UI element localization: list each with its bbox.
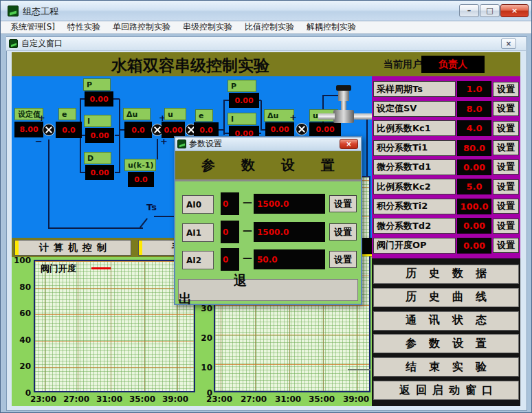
menu-system-management[interactable]: 系统管理[S] (5, 21, 60, 34)
x-tick: 31:00 (94, 394, 124, 404)
child-close-button[interactable]: × (501, 38, 516, 49)
param-label: 微分系数Td1 (373, 159, 456, 175)
du1-value: 0.0 (124, 122, 152, 138)
exit-button[interactable]: 退出 (178, 279, 358, 301)
y-tick: 40 (12, 335, 31, 345)
line (154, 216, 175, 217)
ai1-low-value: 0 (221, 221, 239, 243)
comm-status-button[interactable]: 通讯状态 (373, 311, 519, 331)
param-row: 微分系数Td20.00设置 (373, 218, 520, 234)
app-icon (8, 5, 19, 16)
p1-value: 0.00 (85, 91, 113, 107)
param-value: 100.0 (457, 199, 491, 214)
menu-ratio-control[interactable]: 比值控制实验 (239, 21, 300, 34)
y-tick: 100 (12, 256, 31, 265)
range-dash: — (243, 225, 252, 236)
line (157, 139, 158, 159)
dialog-close-button[interactable]: × (340, 139, 358, 149)
menu-cascade-control[interactable]: 串级控制实验 (177, 21, 238, 34)
u1-label: u (164, 108, 186, 120)
param-settings-button[interactable]: 参数设置 (373, 334, 519, 353)
e2-label: e (195, 109, 213, 122)
param-value: 0.00 (457, 159, 491, 175)
maximize-button[interactable]: □ (480, 4, 500, 17)
set-button[interactable]: 设置 (493, 179, 519, 194)
history-data-button[interactable]: 历史数据 (373, 265, 519, 284)
current-user-label: 当前用户 (384, 58, 422, 71)
dialog-icon (177, 139, 186, 148)
ai0-high-value: 1500.0 (254, 194, 325, 214)
menu-single-loop-control[interactable]: 单回路控制实验 (107, 21, 176, 34)
ai1-high-value: 1500.0 (254, 222, 325, 242)
range-dash: — (243, 197, 252, 208)
ai0-low-value: 0 (221, 192, 239, 215)
param-label: 采样周期Ts (373, 81, 456, 97)
plus-sign: + (38, 113, 45, 123)
d1-value: 0.00 (85, 165, 114, 180)
child-window-icon (9, 39, 18, 48)
y-tick: 60 (12, 309, 31, 318)
ai2-set-button[interactable]: 设置 (329, 251, 357, 268)
application-window: 组态工程 – □ × 系统管理[S] 特性实验 单回路控制实验 串级控制实验 比… (0, 0, 532, 413)
indicator-bar (139, 241, 142, 255)
sum-junction-4 (296, 123, 308, 135)
chart2-trace-segment (348, 369, 370, 370)
close-button[interactable]: × (500, 4, 529, 17)
y-tick: 10 (193, 363, 212, 372)
dialog-title-bar: 参数设置 × (175, 137, 361, 151)
menu-bar: 系统管理[S] 特性实验 单回路控制实验 串级控制实验 比值控制实验 解耦控制实… (1, 21, 532, 34)
ai2-high-value: 50.0 (254, 249, 325, 269)
menu-characteristic-experiment[interactable]: 特性实验 (62, 21, 106, 34)
child-window-title: 自定义窗口 (21, 38, 63, 49)
e1-label: e (58, 108, 76, 120)
i2-label: I (228, 113, 256, 125)
p2-value: 0.00 (229, 93, 259, 108)
line (48, 139, 49, 227)
set-button[interactable]: 设置 (493, 159, 519, 175)
x-tick: 23:00 (28, 394, 58, 404)
set-button[interactable]: 设置 (493, 199, 519, 214)
param-value: 1.0 (457, 81, 491, 97)
param-value: 0.00 (457, 238, 491, 254)
ai0-set-button[interactable]: 设置 (329, 195, 357, 212)
minus-sign: − (35, 136, 43, 146)
set-button[interactable]: 设置 (493, 82, 519, 97)
line (48, 227, 143, 229)
end-experiment-button[interactable]: 结束实验 (373, 357, 519, 377)
uk1-label: u(k-1) (124, 159, 156, 171)
ai2-low-value: 0 (221, 248, 239, 271)
param-value: 0.00 (457, 218, 491, 234)
current-user-value: 负责人 (421, 56, 485, 73)
range-dash: — (243, 252, 252, 263)
return-start-window-button[interactable]: 返回启动窗口 (373, 381, 519, 400)
x-tick: 23:00 (204, 394, 234, 404)
x-tick: 27:00 (61, 394, 91, 404)
menu-decoupling-control[interactable]: 解耦控制实验 (301, 21, 362, 34)
set-button[interactable]: 设置 (493, 101, 519, 116)
x-tick: 39:00 (160, 394, 190, 404)
ai1-set-button[interactable]: 设置 (329, 223, 357, 241)
set-button[interactable]: 设置 (493, 140, 519, 155)
param-row: 积分系数Ti180.0设置 (373, 140, 520, 156)
param-value: 80.0 (457, 140, 491, 156)
minimize-button[interactable]: – (459, 4, 479, 17)
set-button[interactable]: 设置 (493, 121, 519, 136)
dialog-title: 参数设置 (189, 138, 222, 150)
history-curve-button[interactable]: 历史曲线 (373, 288, 519, 307)
line (115, 135, 120, 136)
set-button[interactable]: 设置 (493, 238, 519, 253)
x-tick: 39:00 (341, 394, 371, 404)
param-row: 微分系数Td10.00设置 (373, 159, 520, 175)
chart1-legend-line (91, 267, 111, 269)
ai1-label: AI1 (182, 223, 214, 242)
parameter-settings-dialog: 参数设置 × 参数设置 AI0 0 — 1500.0 设置 AI1 0 — 15… (174, 136, 362, 305)
du1-label: Δu (123, 108, 151, 120)
y-tick: 20 (193, 333, 212, 343)
param-row: 比例系数Kc14.0设置 (373, 120, 520, 136)
computer-control-button[interactable]: 计算机控制 (14, 240, 131, 256)
set-button[interactable]: 设置 (493, 219, 519, 234)
setpoint-value: 8.00 (14, 122, 43, 137)
param-label: 积分系数Ti2 (373, 199, 456, 214)
ai0-label: AI0 (182, 195, 214, 214)
param-row: 积分系数Ti2100.0设置 (373, 199, 520, 214)
